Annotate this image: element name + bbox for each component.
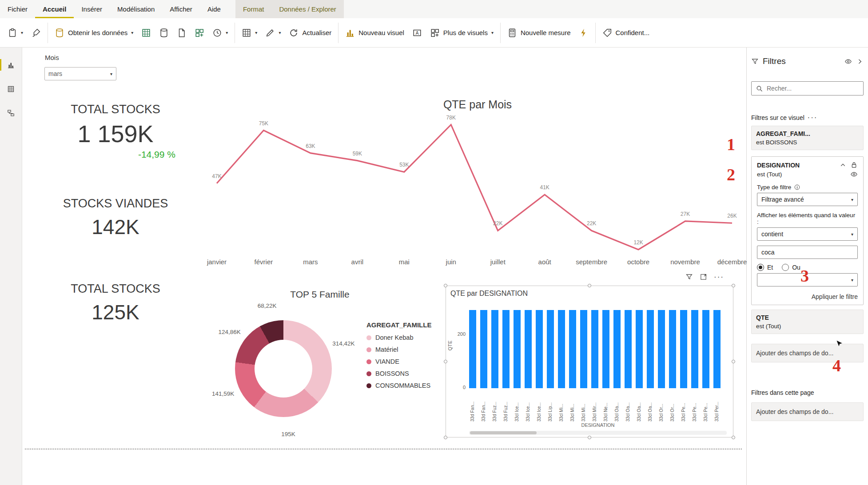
legend-item[interactable]: CONSOMMABLES bbox=[366, 382, 431, 389]
enter-data-button[interactable] bbox=[173, 23, 191, 43]
collapse-card-icon[interactable] bbox=[839, 161, 847, 169]
bar[interactable] bbox=[569, 310, 576, 388]
resize-handle[interactable] bbox=[444, 436, 447, 439]
bar[interactable] bbox=[691, 310, 698, 388]
collapse-pane-icon[interactable] bbox=[856, 58, 864, 65]
filter-card-agregat[interactable]: AGREGAT_FAMI... est BOISSONS bbox=[751, 126, 864, 150]
bar[interactable] bbox=[469, 310, 476, 388]
sensitivity-button[interactable]: Confident... bbox=[598, 23, 654, 43]
eye-icon[interactable] bbox=[850, 171, 858, 178]
menu-format[interactable]: Format bbox=[235, 0, 272, 18]
bar[interactable] bbox=[536, 310, 543, 388]
bar[interactable] bbox=[636, 310, 643, 388]
filter-card-qte[interactable]: QTE est (Tout) bbox=[751, 310, 864, 334]
legend-item[interactable]: BOISSONS bbox=[366, 370, 431, 377]
bar[interactable] bbox=[658, 310, 665, 388]
bar[interactable] bbox=[625, 310, 632, 388]
line-chart-visual[interactable]: QTE par Mois 47Kjanvier75Kfévrier63Kmars… bbox=[200, 91, 755, 274]
resize-handle[interactable] bbox=[732, 360, 735, 363]
recent-sources-button[interactable]: ▾ bbox=[208, 23, 232, 43]
bar[interactable] bbox=[680, 310, 687, 388]
focus-mode-icon[interactable] bbox=[700, 273, 707, 281]
bar[interactable] bbox=[547, 310, 554, 388]
bar[interactable] bbox=[514, 310, 521, 388]
bar[interactable] bbox=[702, 310, 709, 388]
add-data-fields-dropzone[interactable]: Ajouter des champs de do... bbox=[751, 344, 864, 362]
resize-handle[interactable] bbox=[444, 360, 447, 363]
donut-ring[interactable] bbox=[235, 320, 332, 417]
resize-handle[interactable] bbox=[444, 284, 447, 287]
bar[interactable] bbox=[558, 310, 565, 388]
get-data-button[interactable]: Obtenir les données ▾ bbox=[51, 23, 137, 43]
bar-chart-title: QTE par DESIGNATION bbox=[450, 290, 528, 298]
or-radio[interactable]: Ou bbox=[782, 264, 800, 271]
refresh-button[interactable]: Actualiser bbox=[285, 23, 335, 43]
resize-handle[interactable] bbox=[588, 284, 591, 287]
data-view-button[interactable] bbox=[4, 82, 19, 95]
text-box-button[interactable] bbox=[408, 23, 426, 43]
lock-icon[interactable] bbox=[850, 161, 858, 169]
legend-item[interactable]: Matériel bbox=[366, 346, 431, 353]
new-measure-button[interactable]: Nouvelle mesure bbox=[503, 23, 575, 43]
donut-chart-visual[interactable]: TOP 5 Famille 314,42K195K141,59K124,86K6… bbox=[213, 283, 444, 437]
edit-queries-button[interactable]: ▾ bbox=[261, 23, 285, 43]
paste-button[interactable]: ▾ bbox=[4, 23, 27, 43]
bar[interactable] bbox=[602, 310, 609, 388]
menu-accueil[interactable]: Accueil bbox=[35, 0, 74, 18]
menu-fichier[interactable]: Fichier bbox=[0, 0, 35, 18]
apply-filter-link[interactable]: Appliquer le filtre bbox=[757, 293, 858, 300]
line-series[interactable] bbox=[217, 125, 732, 250]
kpi-stocks-viandes[interactable]: STOCKS VIANDES 142K bbox=[47, 197, 184, 239]
condition-operator-dropdown[interactable]: contient ▾ bbox=[757, 227, 858, 241]
scrollbar-thumb[interactable] bbox=[470, 431, 537, 434]
bar[interactable] bbox=[491, 310, 498, 388]
sql-server-button[interactable] bbox=[155, 23, 173, 43]
legend-item[interactable]: VIANDE bbox=[366, 358, 431, 365]
new-visual-button[interactable]: Nouveau visuel bbox=[341, 23, 408, 43]
filter-search-input[interactable] bbox=[767, 85, 859, 92]
bar[interactable] bbox=[647, 310, 654, 388]
menu-afficher[interactable]: Afficher bbox=[162, 0, 200, 18]
info-icon[interactable] bbox=[794, 184, 800, 191]
dataverse-button[interactable] bbox=[191, 23, 208, 43]
bar[interactable] bbox=[591, 310, 598, 388]
bar-chart-visual[interactable]: QTE par DESIGNATION QTE 200 0 33d Fan...… bbox=[446, 286, 733, 437]
menu-modelisation[interactable]: Modélisation bbox=[110, 0, 162, 18]
kpi-total-stocks[interactable]: TOTAL STOCKS 1 159K -14,99 % bbox=[47, 103, 184, 160]
menu-inserer[interactable]: Insérer bbox=[74, 0, 110, 18]
menu-donnees-explorer[interactable]: Données / Explorer bbox=[271, 0, 343, 18]
filter-type-dropdown[interactable]: Filtrage avancé ▾ bbox=[757, 193, 858, 206]
excel-workbook-button[interactable] bbox=[137, 23, 155, 43]
bar-xlabel: 33cl Oa... bbox=[636, 390, 643, 421]
bar[interactable] bbox=[713, 310, 721, 388]
month-slicer-dropdown[interactable]: mars ▾ bbox=[44, 67, 116, 80]
bar[interactable] bbox=[480, 310, 487, 388]
condition-value-input[interactable] bbox=[757, 246, 858, 259]
bar[interactable] bbox=[613, 310, 621, 388]
and-radio[interactable]: Et bbox=[757, 264, 773, 271]
bar[interactable] bbox=[502, 310, 510, 388]
model-view-button[interactable] bbox=[4, 106, 19, 119]
bar[interactable] bbox=[525, 310, 532, 388]
resize-handle[interactable] bbox=[732, 436, 735, 439]
report-view-button[interactable] bbox=[4, 58, 19, 72]
menu-aide[interactable]: Aide bbox=[200, 0, 228, 18]
bar-chart-scrollbar[interactable] bbox=[469, 431, 727, 435]
more-options-icon[interactable]: ··· bbox=[714, 274, 724, 280]
more-visuals-button[interactable]: Plus de visuels ▾ bbox=[426, 23, 498, 43]
format-painter-button[interactable] bbox=[27, 23, 45, 43]
resize-handle[interactable] bbox=[732, 284, 735, 287]
legend-item[interactable]: Doner Kebab bbox=[366, 334, 431, 341]
line-month-label: septembre bbox=[576, 258, 607, 266]
transform-data-button[interactable]: ▾ bbox=[238, 23, 261, 43]
add-data-fields-dropzone-page[interactable]: Ajouter des champs de do... bbox=[751, 402, 864, 421]
eye-icon[interactable] bbox=[844, 58, 852, 65]
bar[interactable] bbox=[580, 310, 587, 388]
resize-handle[interactable] bbox=[588, 436, 591, 439]
quick-measure-button[interactable] bbox=[575, 23, 593, 43]
kpi-total-stocks-2[interactable]: TOTAL STOCKS 125K bbox=[47, 282, 184, 324]
more-options-icon[interactable]: ··· bbox=[808, 115, 864, 121]
filter-search-box[interactable] bbox=[751, 81, 864, 95]
filter-icon[interactable] bbox=[685, 273, 693, 281]
bar[interactable] bbox=[669, 310, 676, 388]
